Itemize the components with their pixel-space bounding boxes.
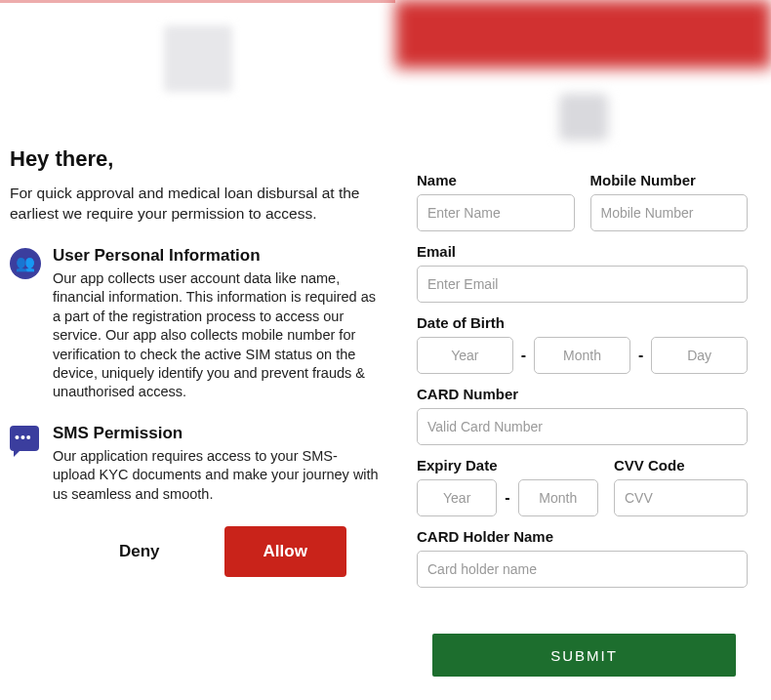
card-holder-input[interactable]: [417, 551, 748, 588]
perm-block-personal: 👥 User Personal Information Our app coll…: [10, 246, 386, 402]
name-input[interactable]: [417, 194, 575, 231]
dash-icon: -: [505, 489, 509, 507]
greeting-heading: Hey there,: [10, 146, 386, 172]
red-header-band: [395, 0, 771, 68]
expiry-label: Expiry Date: [417, 457, 598, 474]
perm-personal-desc: Our app collects user account data like …: [53, 269, 380, 402]
perm-personal-text: User Personal Information Our app collec…: [53, 246, 386, 402]
accent-bar: [0, 0, 395, 3]
perm-sms-title: SMS Permission: [53, 424, 380, 443]
cvv-label: CVV Code: [614, 457, 748, 474]
card-holder-label: CARD Holder Name: [417, 528, 748, 545]
allow-button[interactable]: Allow: [224, 526, 347, 577]
app-logo-blurred: [164, 25, 232, 92]
dob-year-input[interactable]: [417, 337, 513, 374]
permission-content: Hey there, For quick approval and medica…: [10, 146, 386, 525]
deny-button[interactable]: Deny: [78, 526, 201, 577]
name-label: Name: [417, 172, 575, 188]
greeting-subline: For quick approval and medical loan disb…: [10, 184, 386, 225]
dash-icon: -: [638, 347, 643, 364]
sms-icon: •••: [10, 426, 39, 451]
dob-label: Date of Birth: [417, 314, 748, 331]
dob-month-input[interactable]: [534, 337, 630, 374]
card-number-label: CARD Number: [417, 386, 748, 402]
form-pane: Name Mobile Number Email Date of Birth -…: [395, 0, 771, 700]
email-input[interactable]: [417, 266, 748, 303]
user-icon-wrap: 👥: [10, 246, 53, 402]
card-form: Name Mobile Number Email Date of Birth -…: [417, 172, 748, 599]
email-label: Email: [417, 243, 748, 260]
card-number-input[interactable]: [417, 408, 748, 445]
perm-sms-text: SMS Permission Our application requires …: [53, 424, 386, 504]
perm-sms-desc: Our application requires access to your …: [53, 447, 380, 504]
dob-day-input[interactable]: [651, 337, 748, 374]
expiry-year-input[interactable]: [417, 479, 497, 516]
perm-block-sms: ••• SMS Permission Our application requi…: [10, 424, 386, 504]
permission-buttons: Deny Allow: [10, 526, 386, 577]
dash-icon: -: [521, 347, 526, 364]
sms-icon-wrap: •••: [10, 424, 53, 504]
mobile-label: Mobile Number: [590, 172, 749, 188]
perm-personal-title: User Personal Information: [53, 246, 380, 266]
permission-pane: Hey there, For quick approval and medica…: [0, 0, 395, 700]
dob-row: - -: [417, 337, 748, 374]
expiry-month-input[interactable]: [518, 479, 598, 516]
submit-button[interactable]: SUBMIT: [432, 634, 736, 677]
mobile-input[interactable]: [590, 194, 749, 231]
user-icon: 👥: [10, 248, 41, 279]
form-logo-blurred: [559, 94, 608, 141]
cvv-input[interactable]: [614, 479, 748, 516]
